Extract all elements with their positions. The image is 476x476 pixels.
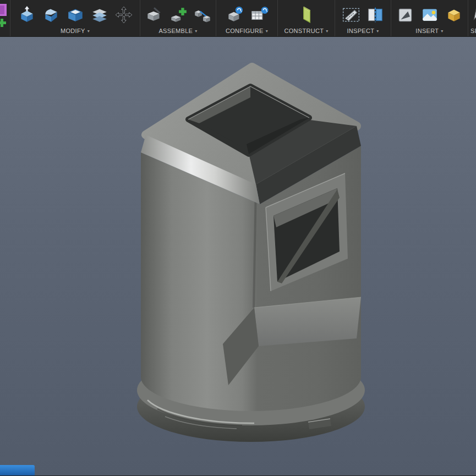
chevron-down-icon: ▾: [376, 29, 379, 34]
fillet-glyph: [42, 6, 61, 24]
as-built-joint-icon[interactable]: [192, 4, 213, 25]
measure-icon[interactable]: [341, 4, 362, 25]
chevron-down-icon: ▾: [326, 29, 328, 34]
fillet-icon[interactable]: [41, 4, 62, 25]
configure-icons: [218, 2, 275, 28]
canvas-glyph: [420, 6, 439, 24]
fusion-window: MODIFY ▾: [0, 0, 476, 476]
inspect-label: INSPECT: [347, 28, 374, 34]
construct-dropdown[interactable]: CONSTRUCT ▾: [280, 28, 332, 35]
configure-dropdown[interactable]: CONFIGURE ▾: [218, 28, 275, 35]
configuration-table-glyph: [250, 6, 269, 24]
assemble-label: ASSEMBLE: [158, 28, 193, 34]
new-component-glyph: [145, 6, 163, 24]
inspect-dropdown[interactable]: INSPECT ▾: [337, 28, 389, 35]
select-label: SELECT: [470, 28, 476, 34]
construction-plane-icon[interactable]: [296, 4, 317, 25]
toolbar-group-assemble: ASSEMBLE ▾: [140, 0, 216, 36]
viewport-3d[interactable]: [0, 37, 476, 475]
configuration-glyph: [226, 6, 244, 24]
model-render: [0, 37, 476, 475]
configure-label: CONFIGURE: [226, 28, 264, 34]
construction-plane-glyph: [297, 6, 316, 24]
select-icons: [470, 2, 474, 28]
insert-icons: [393, 2, 466, 28]
shell-glyph: [66, 6, 85, 24]
partial-icon-glyph: [0, 2, 10, 33]
split-face-icon[interactable]: [89, 4, 110, 25]
insert-mcmaster-carr-icon[interactable]: [444, 4, 464, 25]
split-face-glyph: [90, 6, 109, 24]
new-component-icon[interactable]: [144, 4, 165, 25]
toolbar-group-select: SELECT ▾: [468, 0, 476, 36]
modify-icons: [13, 2, 138, 28]
as-built-joint-glyph: [193, 6, 212, 24]
select-dropdown[interactable]: SELECT ▾: [470, 28, 474, 35]
chevron-down-icon: ▾: [441, 29, 443, 34]
joint-glyph: [169, 6, 188, 24]
canvas-icon[interactable]: [419, 4, 440, 25]
toolbar-group-modify: MODIFY ▾: [10, 0, 140, 36]
toolbar-group-construct: CONSTRUCT ▾: [277, 0, 335, 36]
partial-icon[interactable]: [0, 0, 10, 36]
decal-glyph: [396, 6, 415, 24]
configuration-table-icon[interactable]: [249, 4, 270, 25]
construct-label: CONSTRUCT: [284, 28, 324, 34]
toolbar-group-configure: CONFIGURE ▾: [216, 0, 277, 36]
select-cursor-icon[interactable]: [470, 4, 476, 25]
chevron-down-icon: ▾: [195, 29, 197, 34]
assemble-icons: [143, 2, 214, 28]
chevron-down-icon: ▾: [87, 29, 90, 34]
insert-dropdown[interactable]: INSERT ▾: [393, 28, 466, 35]
inspect-icons: [337, 2, 389, 28]
shell-icon[interactable]: [65, 4, 86, 25]
construct-icons: [280, 2, 332, 28]
section-analysis-icon[interactable]: [365, 4, 386, 25]
toolbar: MODIFY ▾: [0, 0, 476, 37]
press-pull-icon[interactable]: [17, 4, 37, 25]
configuration-icon[interactable]: [225, 4, 245, 25]
move-copy-icon[interactable]: [113, 4, 134, 25]
toolbar-group-inspect: INSPECT ▾: [335, 0, 391, 36]
section-analysis-glyph: [366, 6, 385, 24]
chevron-down-icon: ▾: [266, 29, 268, 34]
measure-glyph: [342, 6, 360, 24]
select-cursor-glyph: [470, 6, 476, 24]
press-pull-glyph: [18, 6, 36, 24]
toolbar-group-insert: INSERT ▾: [391, 0, 468, 36]
move-copy-glyph: [114, 6, 133, 24]
timeline-fragment[interactable]: [0, 465, 35, 475]
insert-label: INSERT: [415, 28, 439, 34]
decal-icon[interactable]: [395, 4, 416, 25]
joint-icon[interactable]: [168, 4, 189, 25]
modify-label: MODIFY: [61, 28, 85, 34]
insert-mcmaster-carr-glyph: [445, 6, 463, 24]
modify-dropdown[interactable]: MODIFY ▾: [13, 28, 138, 35]
assemble-dropdown[interactable]: ASSEMBLE ▾: [143, 28, 214, 35]
